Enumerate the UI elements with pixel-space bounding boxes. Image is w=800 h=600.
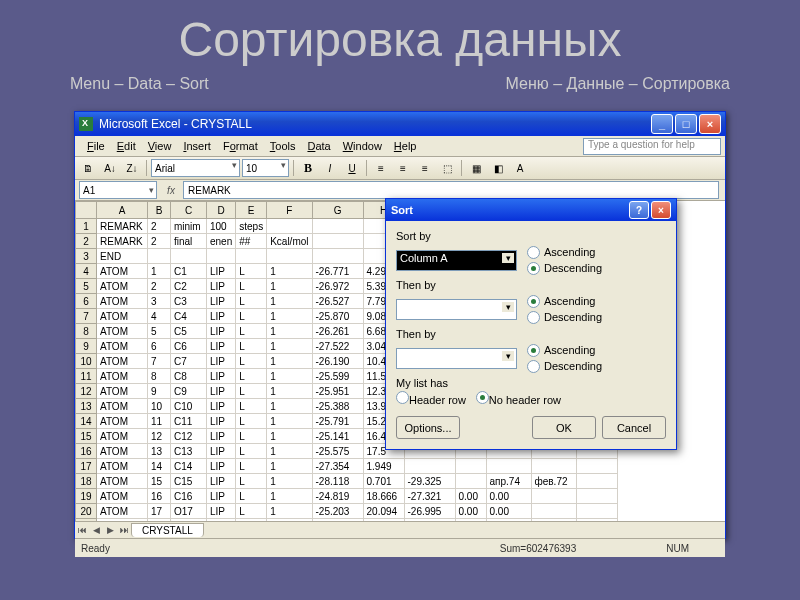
options-button[interactable]: Options... xyxy=(396,416,460,439)
cell[interactable]: 1 xyxy=(267,279,312,294)
cell[interactable]: 9 xyxy=(148,384,171,399)
cell[interactable]: ATOM xyxy=(97,474,148,489)
ok-button[interactable]: OK xyxy=(532,416,596,439)
cell[interactable]: ATOM xyxy=(97,339,148,354)
col-header[interactable]: B xyxy=(148,202,171,219)
cell[interactable]: ATOM xyxy=(97,279,148,294)
cell[interactable]: LIP xyxy=(207,279,236,294)
sort-asc-icon[interactable]: A↓ xyxy=(100,158,120,178)
row-header[interactable]: 5 xyxy=(76,279,97,294)
col-header[interactable]: C xyxy=(171,202,207,219)
row-header[interactable]: 19 xyxy=(76,489,97,504)
cell[interactable]: -26.995 xyxy=(404,504,455,519)
cell[interactable]: LIP xyxy=(207,414,236,429)
cell[interactable] xyxy=(531,489,576,504)
row-header[interactable]: 7 xyxy=(76,309,97,324)
cell[interactable]: -24.819 xyxy=(312,489,363,504)
cell[interactable] xyxy=(267,249,312,264)
row-header[interactable]: 11 xyxy=(76,369,97,384)
table-row[interactable]: 21ATOM18O18LIPL1-23.91918.690-28.0930.00… xyxy=(76,519,618,522)
cell[interactable]: 1 xyxy=(148,264,171,279)
cell[interactable]: 1 xyxy=(267,354,312,369)
cell[interactable]: LIP xyxy=(207,444,236,459)
sort1-asc-radio[interactable] xyxy=(527,246,540,259)
cell[interactable]: ATOM xyxy=(97,459,148,474)
cell[interactable]: 17 xyxy=(148,504,171,519)
cell[interactable]: ATOM xyxy=(97,489,148,504)
cell[interactable]: ATOM xyxy=(97,429,148,444)
tab-nav-prev[interactable]: ◀ xyxy=(89,523,103,537)
cell[interactable]: -25.951 xyxy=(312,384,363,399)
cell[interactable]: 4 xyxy=(148,309,171,324)
sort3-desc-radio[interactable] xyxy=(527,360,540,373)
cell[interactable]: ATOM xyxy=(97,309,148,324)
cell[interactable]: -26.771 xyxy=(312,264,363,279)
cell[interactable]: L xyxy=(236,489,267,504)
cell[interactable]: 13 xyxy=(148,444,171,459)
row-header[interactable]: 10 xyxy=(76,354,97,369)
cell[interactable]: LIP xyxy=(207,264,236,279)
cell[interactable] xyxy=(312,234,363,249)
cell[interactable]: LIP xyxy=(207,399,236,414)
cell[interactable]: LIP xyxy=(207,489,236,504)
cell[interactable]: LIP xyxy=(207,309,236,324)
header-row-radio[interactable] xyxy=(396,391,409,404)
cell[interactable] xyxy=(531,504,576,519)
table-row[interactable]: 20ATOM17O17LIPL1-25.20320.094-26.9950.00… xyxy=(76,504,618,519)
sort1-desc-radio[interactable] xyxy=(527,262,540,275)
cell[interactable] xyxy=(486,459,531,474)
menu-view[interactable]: View xyxy=(142,138,178,154)
tab-nav-last[interactable]: ⏭ xyxy=(117,523,131,537)
formula-input[interactable]: REMARK xyxy=(183,181,719,199)
align-right-icon[interactable]: ≡ xyxy=(415,158,435,178)
cancel-button[interactable]: Cancel xyxy=(602,416,666,439)
row-header[interactable]: 12 xyxy=(76,384,97,399)
sort3-asc-radio[interactable] xyxy=(527,344,540,357)
cell[interactable]: 15 xyxy=(148,474,171,489)
cell[interactable]: 1 xyxy=(267,444,312,459)
cell[interactable]: LIP xyxy=(207,369,236,384)
cell[interactable]: C15 xyxy=(171,474,207,489)
cell[interactable]: LIP xyxy=(207,474,236,489)
cell[interactable]: -23.919 xyxy=(312,519,363,522)
row-header[interactable]: 15 xyxy=(76,429,97,444)
cell[interactable]: 1 xyxy=(267,459,312,474)
cell[interactable]: 0.701 xyxy=(363,474,404,489)
tab-nav-next[interactable]: ▶ xyxy=(103,523,117,537)
cell[interactable]: ATOM xyxy=(97,519,148,522)
cell[interactable]: 2 xyxy=(148,279,171,294)
cell[interactable] xyxy=(455,459,486,474)
col-header[interactable]: F xyxy=(267,202,312,219)
cell[interactable]: 1 xyxy=(267,399,312,414)
new-icon[interactable]: 🗎 xyxy=(78,158,98,178)
cell[interactable]: C7 xyxy=(171,354,207,369)
cell[interactable]: 3 xyxy=(148,294,171,309)
cell[interactable]: 1 xyxy=(267,324,312,339)
cell[interactable]: 16 xyxy=(148,489,171,504)
cell[interactable] xyxy=(576,459,617,474)
cell[interactable]: LIP xyxy=(207,504,236,519)
cell[interactable]: 18 xyxy=(148,519,171,522)
cell[interactable]: REMARK xyxy=(97,234,148,249)
cell[interactable]: ## xyxy=(236,234,267,249)
cell[interactable]: REMARK xyxy=(97,219,148,234)
row-header[interactable]: 8 xyxy=(76,324,97,339)
cell[interactable]: -27.522 xyxy=(312,339,363,354)
cell[interactable] xyxy=(312,219,363,234)
cell[interactable]: 0.00 xyxy=(455,504,486,519)
cell[interactable]: C5 xyxy=(171,324,207,339)
italic-button[interactable]: I xyxy=(320,158,340,178)
sheet-tab[interactable]: CRYSTALL xyxy=(131,523,204,537)
cell[interactable]: final xyxy=(171,234,207,249)
cell[interactable]: -25.203 xyxy=(312,504,363,519)
cell[interactable]: 1.949 xyxy=(363,459,404,474)
cell[interactable]: enen xyxy=(207,234,236,249)
cell[interactable]: L xyxy=(236,354,267,369)
cell[interactable]: steps xyxy=(236,219,267,234)
cell[interactable]: ATOM xyxy=(97,264,148,279)
cell[interactable]: 7 xyxy=(148,354,171,369)
cell[interactable]: 20.094 xyxy=(363,504,404,519)
cell[interactable]: L xyxy=(236,339,267,354)
cell[interactable]: 1 xyxy=(267,414,312,429)
cell[interactable]: 0.00 xyxy=(455,489,486,504)
